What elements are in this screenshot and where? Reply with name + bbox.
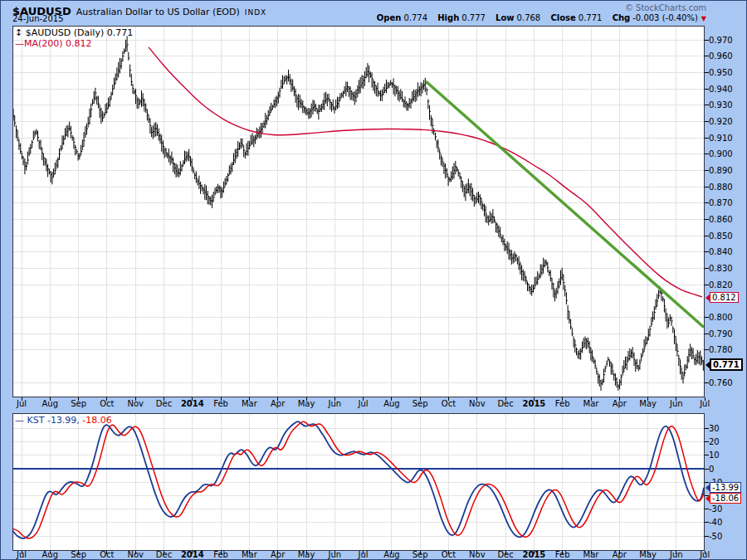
x-axis-month-label: Aug [36, 551, 64, 559]
x-axis-month-label: Jul [7, 400, 36, 408]
kst-legend-text: — KST -13.99, [15, 415, 80, 426]
axis-tick-label: 0.940 [709, 85, 733, 94]
axis-tick-label: 0.850 [709, 231, 733, 241]
stockcharts-copyright-link[interactable]: © StockCharts.com [625, 3, 706, 12]
chg-value: -0.003 (-0.40%) [632, 13, 698, 22]
axis-tick-label: -40 [709, 518, 722, 527]
price-legend-text: $AUDUSD (Daily) 0.771 [26, 27, 133, 38]
axis-tick-label: 0.880 [709, 183, 733, 192]
kst-indicator-plot [12, 413, 710, 556]
ohlc-quote-row: Open0.774 High0.777 Low0.768 Close0.771 … [369, 13, 706, 22]
axis-tick-label: 0 [709, 465, 714, 474]
price-legend: ↕ $AUDUSD (Daily) 0.771 [15, 27, 133, 38]
axis-tick-label: 0.930 [709, 100, 733, 110]
axis-tick-label: 0.970 [709, 36, 733, 45]
x-axis-month-label: 2015 [520, 551, 548, 559]
price-callout-value: 0.771 [710, 358, 743, 371]
symbol-description: Australian Dollar to US Dollar (EOD) [76, 7, 240, 17]
last-price-callout: 0.771 [706, 359, 743, 370]
x-axis-month-label: Jul [691, 551, 719, 559]
x-axis-month-label: 2014 [178, 551, 207, 559]
open-label: Open [377, 13, 402, 22]
x-axis-month-label: Jul [349, 400, 378, 408]
kst-value-callout: -13.99 [706, 482, 741, 493]
open-value: 0.774 [403, 13, 427, 22]
x-axis-month-label: Jun [320, 551, 349, 559]
x-axis-month-label: Nov [463, 400, 491, 408]
x-axis-month-label: Apr [605, 551, 633, 559]
kst-signal-legend-text: -18.06 [80, 415, 112, 426]
x-axis-month-label: Jun [662, 551, 691, 559]
x-axis-month-label: Aug [378, 551, 406, 559]
x-axis-month-label: Dec [491, 400, 520, 408]
axis-tick-label: 0.820 [709, 280, 733, 290]
chart-type-icon: ↕ [15, 27, 22, 38]
x-axis-month-label: 2015 [520, 400, 548, 408]
axis-tick-label: 0.780 [709, 345, 733, 354]
x-axis-month-label: Feb [549, 551, 577, 559]
axis-tick-label: 10 [709, 450, 720, 460]
ma-value-callout: 0.812 [706, 292, 739, 303]
x-axis-month-label: Sep [406, 400, 434, 408]
kst-callout-value: -13.99 [710, 482, 741, 493]
kst-signal-callout-value: -18.06 [710, 493, 741, 504]
x-axis-month-label: 2014 [178, 400, 207, 408]
kst-legend: — KST -13.99, -18.06 [15, 415, 112, 426]
x-axis-month-label: May [292, 400, 320, 408]
axis-tick-label: 0.950 [709, 68, 733, 77]
x-axis-month-label: Sep [406, 551, 434, 559]
x-axis-month-label: Mar [577, 551, 605, 559]
axis-tick-label: 0.920 [709, 117, 733, 126]
exchange-label: INDX [245, 8, 266, 17]
x-axis-month-label: Aug [378, 400, 406, 408]
axis-tick-label: 0.910 [709, 134, 733, 143]
axis-tick-label: 0.860 [709, 215, 733, 224]
low-value: 0.768 [517, 13, 541, 22]
x-axis-month-label: Oct [435, 551, 463, 559]
x-axis-month-label: Feb [207, 551, 235, 559]
x-axis-month-label: Jul [7, 551, 36, 559]
x-axis-month-label: Aug [36, 400, 64, 408]
ma-legend-text: —MA(200) 0.812 [15, 38, 92, 49]
stockcharts-chart: $AUDUSDAustralian Dollar to US Dollar (E… [0, 0, 747, 560]
x-axis-month-label: Jun [320, 400, 349, 408]
x-axis-month-label: Sep [65, 551, 93, 559]
x-axis-month-label: Apr [264, 400, 292, 408]
axis-tick-label: 0.840 [709, 247, 733, 256]
x-axis-month-label: Mar [577, 400, 605, 408]
x-axis-month-label: Mar [235, 400, 263, 408]
axis-tick-label: 0.870 [709, 198, 733, 207]
ma-legend: —MA(200) 0.812 [15, 38, 92, 49]
axis-tick-label: 30 [709, 424, 720, 433]
close-label: Close [550, 13, 575, 22]
ma-callout-value: 0.812 [710, 292, 739, 303]
x-axis-month-label: Nov [121, 551, 149, 559]
high-value: 0.777 [461, 13, 486, 22]
x-axis-month-label: Apr [264, 551, 292, 559]
x-axis-month-label: Oct [93, 551, 121, 559]
x-axis-month-label: May [292, 551, 320, 559]
axis-tick-label: 0.890 [709, 166, 733, 175]
price-chart-plot [12, 26, 710, 402]
x-axis-month-label: Jul [691, 400, 719, 408]
axis-tick-label: 0.830 [709, 264, 733, 273]
x-axis-month-label: Dec [491, 551, 520, 559]
x-axis-month-label: Nov [121, 400, 149, 408]
axis-tick-label: 20 [709, 437, 720, 446]
axis-tick-label: 0.790 [709, 329, 733, 338]
x-axis-month-label: Oct [93, 400, 121, 408]
axis-tick-label: -30 [709, 504, 722, 514]
x-axis-month-label: Nov [463, 551, 491, 559]
x-axis-month-label: Jul [349, 551, 378, 559]
chg-dropdown-arrow-icon[interactable]: ▼ [701, 15, 706, 22]
x-axis-month-label: May [634, 551, 662, 559]
kst-signal-callout: -18.06 [706, 493, 741, 504]
x-axis-month-label: Dec [150, 551, 178, 559]
axis-tick-label: 0.900 [709, 149, 733, 158]
low-label: Low [496, 13, 514, 22]
x-axis-month-label: Feb [207, 400, 235, 408]
x-axis-month-label: Apr [605, 400, 633, 408]
x-axis-month-label: May [634, 400, 662, 408]
chart-date: 24-Jun-2015 [12, 14, 64, 23]
axis-tick-label: -50 [709, 532, 722, 541]
